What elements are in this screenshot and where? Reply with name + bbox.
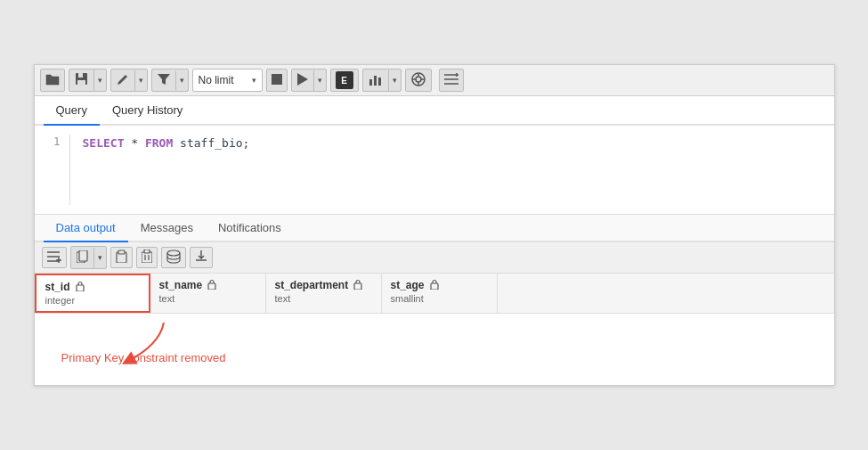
column-st-name: st_name text bbox=[150, 274, 266, 313]
col-type-st-age: smallint bbox=[391, 293, 488, 304]
save-button[interactable] bbox=[69, 70, 94, 91]
delete-button[interactable] bbox=[136, 247, 158, 268]
folder-button[interactable] bbox=[40, 69, 65, 92]
paste-icon bbox=[116, 250, 127, 266]
data-grid: st_id integer st_name text bbox=[35, 274, 834, 314]
col-name-st-name: st_name bbox=[159, 279, 256, 291]
no-limit-select[interactable]: No limit ▾ bbox=[192, 69, 263, 92]
copy-dropdown-btn[interactable]: ▾ bbox=[70, 246, 107, 269]
col-name-st-age: st_age bbox=[391, 279, 488, 291]
svg-rect-2 bbox=[77, 80, 85, 85]
paste-button[interactable] bbox=[110, 247, 133, 268]
add-row-icon bbox=[47, 250, 61, 266]
run-dropdown-arrow[interactable]: ▾ bbox=[314, 73, 326, 87]
chart-icon bbox=[369, 73, 383, 88]
stop-button[interactable] bbox=[266, 69, 288, 92]
macros-button[interactable] bbox=[405, 69, 432, 92]
tab-notifications[interactable]: Notifications bbox=[206, 215, 294, 242]
tab-messages[interactable]: Messages bbox=[128, 215, 206, 242]
svg-rect-1 bbox=[78, 73, 83, 78]
column-st-age: st_age smallint bbox=[382, 274, 498, 313]
filter-button[interactable] bbox=[152, 71, 176, 90]
folder-icon bbox=[45, 73, 60, 88]
lock-icon-st-name bbox=[207, 279, 216, 291]
svg-point-30 bbox=[167, 250, 180, 256]
download-button[interactable] bbox=[190, 247, 213, 268]
line-number-1: 1 bbox=[44, 135, 61, 148]
column-st-id: st_id integer bbox=[35, 274, 150, 313]
save-dropdown-arrow[interactable]: ▾ bbox=[94, 73, 106, 87]
lock-icon-st-department bbox=[353, 279, 362, 291]
chart-button[interactable] bbox=[363, 70, 389, 91]
pencil-icon bbox=[117, 73, 129, 88]
filter-dropdown-arrow[interactable]: ▾ bbox=[176, 73, 188, 87]
column-st-department: st_department text bbox=[266, 274, 382, 313]
col-type-st-name: text bbox=[159, 293, 256, 304]
keyword-from: FROM bbox=[145, 136, 173, 150]
edit-dropdown-arrow[interactable]: ▾ bbox=[135, 73, 147, 87]
lock-icon-st-id bbox=[76, 281, 85, 293]
run-dropdown-btn[interactable]: ▾ bbox=[291, 69, 327, 92]
explain-icon: E bbox=[336, 71, 353, 89]
svg-rect-25 bbox=[118, 250, 125, 254]
chart-dropdown-arrow[interactable]: ▾ bbox=[389, 73, 401, 87]
query-editor[interactable]: 1 SELECT * FROM staff_bio; bbox=[35, 126, 834, 215]
lock-icon-st-age bbox=[430, 279, 439, 291]
save-data-icon bbox=[166, 250, 181, 266]
svg-rect-4 bbox=[369, 79, 372, 86]
svg-rect-3 bbox=[272, 74, 282, 85]
run-button[interactable] bbox=[292, 70, 314, 91]
table-name: staff_bio; bbox=[180, 136, 249, 150]
no-limit-label: No limit bbox=[199, 74, 234, 86]
macros-icon bbox=[410, 71, 426, 90]
grid-header: st_id integer st_name text bbox=[35, 274, 834, 314]
delete-icon bbox=[142, 250, 152, 266]
copy-dropdown-arrow[interactable]: ▾ bbox=[94, 250, 106, 265]
svg-rect-31 bbox=[77, 285, 84, 291]
tab-query[interactable]: Query bbox=[44, 96, 100, 126]
copy-button[interactable] bbox=[71, 248, 94, 268]
svg-point-8 bbox=[416, 77, 421, 82]
col-type-st-department: text bbox=[275, 293, 372, 304]
svg-rect-6 bbox=[378, 78, 381, 86]
keyword-select: SELECT bbox=[83, 136, 125, 150]
space1: * bbox=[131, 136, 145, 150]
filter-dropdown-btn[interactable]: ▾ bbox=[151, 69, 189, 92]
col-name-st-department: st_department bbox=[275, 279, 372, 291]
main-container: ▾ ▾ ▾ No limit ▾ bbox=[34, 64, 835, 386]
chart-dropdown-btn[interactable]: ▾ bbox=[362, 69, 402, 92]
download-icon bbox=[195, 250, 207, 266]
save-data-button[interactable] bbox=[161, 247, 186, 268]
query-tabs: Query Query History bbox=[35, 96, 834, 126]
svg-rect-29 bbox=[144, 250, 150, 253]
result-tabs: Data output Messages Notifications bbox=[35, 215, 834, 242]
code-content[interactable]: SELECT * FROM staff_bio; bbox=[70, 135, 263, 205]
svg-rect-32 bbox=[208, 283, 215, 290]
edit-dropdown-btn[interactable]: ▾ bbox=[110, 69, 148, 92]
save-icon bbox=[75, 72, 88, 88]
code-line-1: SELECT * FROM staff_bio; bbox=[83, 135, 250, 153]
toolbar: ▾ ▾ ▾ No limit ▾ bbox=[35, 65, 834, 96]
tab-data-output[interactable]: Data output bbox=[44, 215, 128, 242]
explain-button[interactable]: E bbox=[330, 69, 359, 92]
svg-rect-33 bbox=[354, 283, 361, 290]
filter-icon bbox=[158, 74, 170, 87]
history-icon bbox=[444, 73, 458, 88]
svg-rect-5 bbox=[374, 76, 377, 86]
col-type-st-id: integer bbox=[45, 295, 140, 306]
tab-query-history[interactable]: Query History bbox=[100, 96, 195, 126]
no-limit-arrow: ▾ bbox=[252, 76, 256, 85]
col-name-st-id: st_id bbox=[45, 281, 140, 293]
add-row-button[interactable] bbox=[42, 247, 67, 268]
copy-icon bbox=[77, 250, 88, 266]
annotation-area: Primary Key constraint removed bbox=[35, 314, 834, 385]
stop-icon bbox=[272, 74, 282, 87]
svg-rect-23 bbox=[79, 250, 87, 261]
save-dropdown[interactable]: ▾ bbox=[69, 69, 107, 92]
result-toolbar: ▾ bbox=[35, 242, 834, 274]
annotation-text: Primary Key constraint removed bbox=[61, 351, 226, 364]
edit-button[interactable] bbox=[111, 70, 135, 91]
svg-rect-34 bbox=[431, 283, 438, 290]
svg-rect-26 bbox=[142, 252, 152, 263]
history-button[interactable] bbox=[439, 69, 464, 92]
